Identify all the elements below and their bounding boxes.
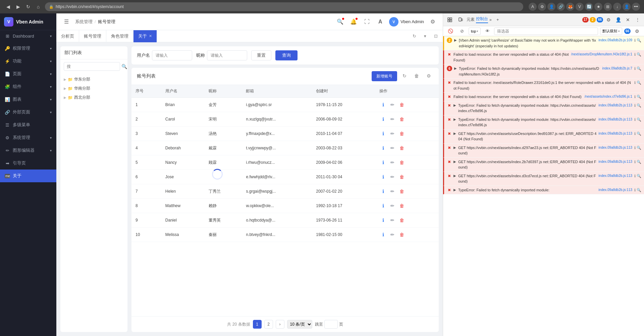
edit-action-button[interactable]: ✏ [389, 202, 396, 209]
sidebar-item-component[interactable]: 🧩 组件 ▾ [0, 80, 56, 93]
translate-icon[interactable]: A [376, 17, 385, 27]
devtools-user-button[interactable]: 👤 [614, 15, 623, 24]
sidebar-item-sysadmin[interactable]: ⚙ 系统管理 ▾ [0, 131, 56, 144]
sidebar-item-dashboard[interactable]: ⊞ Dashboard ▾ [0, 30, 56, 42]
page-1-button[interactable]: 1 [253, 320, 262, 329]
delete-action-button[interactable]: 🗑 [398, 202, 406, 209]
message-expand-button[interactable]: ▶ [454, 66, 457, 71]
reset-button[interactable]: 重置 [251, 50, 271, 60]
sidebar-item-graphic[interactable]: ✏ 图形编辑器 ▾ [0, 144, 56, 157]
tree-item-south[interactable]: ▶ 📁 华南分部 [60, 84, 127, 93]
sidebar-item-menu[interactable]: ☰ 多级菜单 [0, 118, 56, 131]
message-source-link[interactable]: index.09a8db2b.js:113 [598, 187, 632, 192]
message-search-icon[interactable]: 🔍 [637, 52, 641, 57]
info-action-button[interactable]: ℹ [379, 202, 387, 209]
message-info-icon[interactable]: ℹ [634, 80, 636, 86]
message-search-icon[interactable]: 🔍 [637, 103, 641, 108]
tab-analysis[interactable]: 分析页 [56, 30, 79, 42]
elements-tab[interactable]: 元素 [467, 17, 475, 22]
forward-button[interactable]: ▶ [14, 3, 22, 11]
console-tab-active[interactable]: 控制台 [476, 16, 488, 23]
tab-about[interactable]: 关于 ✕ [133, 30, 157, 42]
message-info-icon[interactable]: ℹ [634, 173, 636, 179]
message-info-icon[interactable]: ℹ [634, 187, 636, 193]
address-bar[interactable]: 🔒 https://vvbin.cn/next/#/system/account [45, 2, 523, 11]
sidebar-item-page[interactable]: 📄 页面 ▾ [0, 67, 56, 80]
message-search-icon[interactable]: 🔍 [637, 80, 641, 86]
edit-action-button[interactable]: ✏ [389, 231, 396, 238]
ext-icon-8[interactable]: ★ [594, 3, 602, 11]
tree-item-east[interactable]: ▶ 📁 华东分部 [60, 75, 127, 84]
devtools-device-button[interactable] [456, 15, 465, 25]
message-search-icon[interactable]: 🔍 [637, 145, 641, 151]
console-content[interactable]: 2▶[Vben Admin warn]:'canResize' of Basic… [443, 36, 644, 336]
ext-icon-11[interactable]: 👤 [623, 3, 631, 11]
message-expand-button[interactable]: ▶ [453, 117, 456, 122]
tab-chevron-down-icon[interactable]: ▾ [421, 32, 429, 41]
info-action-button[interactable]: ℹ [379, 231, 387, 238]
back-button[interactable]: ◀ [4, 3, 12, 11]
devtools-add-button[interactable]: + [493, 15, 502, 25]
ext-icon-12[interactable]: ••• [632, 3, 640, 11]
source-tab[interactable]: » [489, 17, 492, 22]
console-settings-gear[interactable]: ⚙ [633, 27, 641, 36]
sidebar-item-about[interactable]: me 关于 [0, 170, 56, 182]
delete-action-button[interactable]: 🗑 [398, 173, 406, 181]
delete-action-button[interactable]: 🗑 [398, 101, 406, 108]
notification-icon[interactable]: 🔔 [349, 17, 358, 27]
message-source-link[interactable]: index.09a8db2b.js:113 [598, 117, 632, 122]
message-info-icon[interactable]: ℹ [634, 103, 636, 108]
home-button[interactable]: ⌂ [34, 3, 42, 11]
tab-role[interactable]: 角色管理 [106, 30, 133, 42]
message-info-icon[interactable]: ℹ [634, 131, 636, 137]
message-source-link[interactable]: index.09a8db2b.js:113 [598, 131, 632, 136]
ext-icon-2[interactable]: ⚙ [538, 3, 546, 11]
message-expand-button[interactable]: ▶ [453, 131, 456, 136]
ext-icon-1[interactable]: A [529, 3, 537, 11]
info-action-button[interactable]: ℹ [379, 173, 387, 181]
message-info-icon[interactable]: ℹ [634, 52, 636, 57]
table-scroll[interactable]: 序号 用户名 昵称 邮箱 创建时 操作 1Brian金芳i.g [131, 85, 439, 316]
console-filter-input[interactable] [494, 28, 598, 35]
message-source-link[interactable]: index.09a8db2b.js:113 [598, 145, 632, 150]
message-info-icon[interactable]: ℹ [634, 94, 636, 100]
edit-action-button[interactable]: ✏ [389, 159, 396, 166]
top-context-selector[interactable]: top ▾ [469, 28, 481, 35]
delete-action-button[interactable]: 🗑 [398, 130, 406, 137]
edit-action-button[interactable]: ✏ [389, 130, 396, 137]
page-2-button[interactable]: 2 [264, 320, 273, 329]
console-filter-button[interactable]: ⊘ [457, 27, 467, 36]
table-settings-icon[interactable]: ⚙ [424, 71, 433, 81]
edit-action-button[interactable]: ✏ [389, 144, 396, 152]
ext-icon-9[interactable]: ⊞ [604, 3, 612, 11]
fullscreen-icon[interactable]: ⛶ [362, 17, 372, 27]
sidebar-item-auth[interactable]: 🔑 权限管理 ▾ [0, 42, 56, 55]
eye-icon[interactable]: 👁 [483, 27, 492, 36]
message-expand-button[interactable]: ▶ [453, 187, 456, 192]
tree-item-northwest[interactable]: ▶ 📁 西北分部 [60, 93, 127, 102]
page-jump-input[interactable] [324, 320, 338, 329]
info-action-button[interactable]: ℹ [379, 130, 387, 137]
ext-icon-4[interactable]: 🔗 [557, 3, 565, 11]
add-account-button[interactable]: 新增账号 [372, 71, 397, 81]
message-expand-button[interactable]: ▶ [453, 159, 456, 164]
filter-username-input[interactable] [152, 50, 192, 60]
sidebar-item-guide[interactable]: ➡ 引导页 [0, 157, 56, 170]
settings-icon[interactable]: ⚙ [428, 17, 437, 27]
message-expand-button[interactable]: ▶ [453, 173, 456, 178]
message-source-link[interactable]: index.09a8db2b.js:109 [598, 38, 632, 43]
message-search-icon[interactable]: 🔍 [637, 131, 641, 137]
info-action-button[interactable]: ℹ [379, 115, 387, 123]
sidebar-item-external[interactable]: 🔗 外部页面 ▾ [0, 106, 56, 118]
message-expand-button[interactable]: ▶ [453, 145, 456, 150]
edit-action-button[interactable]: ✏ [389, 173, 396, 181]
message-source-link[interactable]: /next/assets/DropMenuItem.f43e18f2.js:1 [571, 52, 632, 57]
ext-icon-3[interactable]: 👤 [547, 3, 555, 11]
info-action-button[interactable]: ℹ [379, 144, 387, 152]
user-avatar[interactable]: V Vben Admin [389, 17, 424, 27]
per-page-select[interactable]: 10 条/页 [287, 320, 312, 329]
devtools-more-button[interactable]: ⋮ [633, 15, 642, 24]
message-info-icon[interactable]: ℹ [634, 117, 636, 123]
next-page-button[interactable]: › [276, 320, 284, 329]
delete-action-button[interactable]: 🗑 [398, 231, 406, 238]
